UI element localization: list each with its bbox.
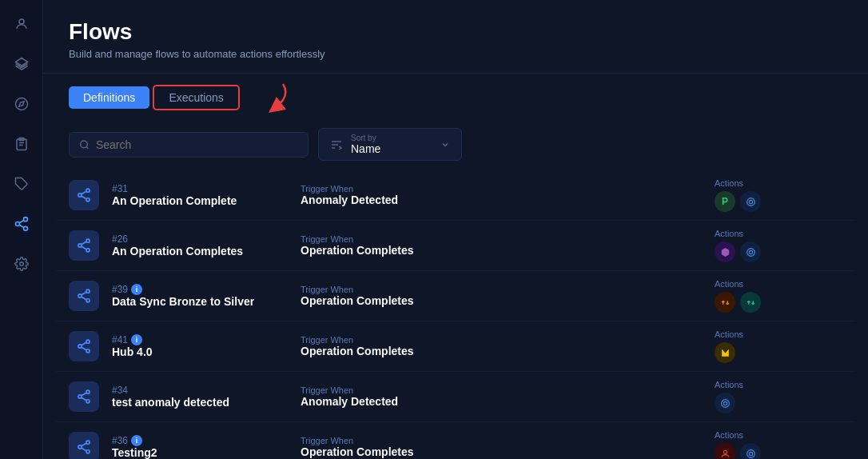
table-row[interactable]: #31 An Operation Complete Trigger When A…	[56, 170, 855, 221]
svg-point-10	[15, 222, 19, 226]
sidebar	[0, 0, 43, 459]
compass-icon[interactable]	[9, 91, 34, 117]
svg-point-14	[19, 262, 23, 266]
action-icon-teal	[740, 292, 761, 313]
flows-icon[interactable]	[9, 211, 34, 237]
svg-line-32	[82, 241, 86, 245]
flow-id: #31	[112, 183, 288, 194]
info-badge: i	[131, 435, 142, 446]
trigger-section: Trigger When Anomaly Detected	[301, 184, 702, 206]
flow-id: #36 i	[112, 435, 288, 446]
sort-by-label: Sort by	[351, 134, 432, 142]
flow-id: #41 i	[112, 334, 288, 345]
svg-line-43	[82, 347, 86, 350]
svg-line-13	[19, 220, 24, 222]
toolbar: Sort by Name	[43, 122, 868, 170]
settings-icon[interactable]	[9, 251, 34, 277]
svg-point-59	[749, 452, 752, 455]
trigger-section: Trigger When Operation Completes	[301, 234, 702, 257]
clipboard-icon[interactable]	[9, 131, 34, 157]
table-row[interactable]: #26 An Operation Completes Trigger When …	[56, 221, 855, 271]
svg-point-22	[78, 194, 82, 197]
actions-section: Actions	[715, 329, 842, 363]
flow-icon-wrap	[69, 180, 99, 210]
svg-point-42	[86, 349, 90, 353]
action-icon-purple	[715, 241, 735, 262]
table-row[interactable]: #34 test anomaly detected Trigger When A…	[56, 372, 855, 422]
svg-line-12	[19, 225, 24, 227]
svg-point-27	[749, 200, 752, 203]
actions-label: Actions	[715, 279, 743, 289]
tag-icon[interactable]	[9, 171, 34, 197]
trigger-label: Trigger When	[301, 285, 702, 294]
action-icon-blue	[715, 393, 735, 413]
flow-icon-wrap	[69, 432, 99, 459]
flow-info: #36 i Testing2	[112, 435, 288, 459]
svg-line-55	[82, 448, 86, 451]
svg-point-47	[86, 400, 90, 403]
svg-point-40	[86, 340, 90, 343]
svg-point-35	[86, 289, 90, 293]
trigger-label: Trigger When	[301, 234, 702, 244]
svg-line-31	[82, 246, 86, 249]
table-row[interactable]: #36 i Testing2 Trigger When Operation Co…	[56, 422, 855, 459]
svg-point-23	[86, 198, 90, 202]
svg-point-34	[749, 250, 752, 253]
svg-point-9	[23, 218, 27, 222]
actions-label: Actions	[715, 430, 743, 440]
svg-point-16	[81, 141, 88, 148]
flow-name: Data Sync Bronze to Silver	[112, 295, 288, 308]
flow-table: #31 An Operation Complete Trigger When A…	[43, 170, 868, 459]
flow-name: An Operation Complete	[112, 194, 288, 207]
trigger-label: Trigger When	[301, 436, 702, 445]
table-row[interactable]: #41 i Hub 4.0 Trigger When Operation Com…	[56, 321, 855, 372]
flow-name: Testing2	[112, 446, 288, 459]
actions-section: Actions	[715, 430, 842, 459]
search-input[interactable]	[96, 138, 298, 151]
svg-line-17	[86, 146, 88, 148]
svg-point-37	[86, 299, 90, 302]
search-box[interactable]	[69, 132, 309, 158]
sort-dropdown[interactable]: Sort by Name	[318, 128, 462, 161]
svg-point-28	[86, 239, 90, 242]
flow-id: #39 i	[112, 284, 288, 295]
tab-executions[interactable]: Executions	[153, 85, 239, 110]
trigger-value: Operation Completes	[301, 445, 702, 458]
actions-section: Actions	[715, 229, 842, 262]
actions-icons	[715, 241, 761, 262]
actions-section: Actions	[715, 380, 842, 413]
svg-line-24	[82, 196, 86, 199]
svg-point-36	[78, 294, 82, 297]
svg-point-41	[78, 345, 82, 348]
svg-point-50	[721, 399, 729, 407]
layers-icon[interactable]	[9, 51, 34, 77]
actions-label: Actions	[715, 380, 743, 389]
trigger-label: Trigger When	[301, 385, 702, 395]
trigger-value: Operation Completes	[301, 294, 702, 307]
flow-info: #34 test anomaly detected	[112, 385, 288, 409]
info-badge: i	[131, 284, 142, 295]
flow-icon-wrap	[69, 281, 99, 311]
svg-point-30	[86, 249, 90, 252]
trigger-section: Trigger When Operation Completes	[301, 285, 702, 307]
svg-point-52	[86, 441, 90, 444]
trigger-label: Trigger When	[301, 184, 702, 194]
sort-label-group: Sort by Name	[351, 134, 432, 155]
chevron-down-icon	[440, 140, 450, 150]
sort-value: Name	[351, 142, 432, 155]
actions-section: Actions P	[715, 178, 842, 212]
page-title: Flows	[69, 19, 842, 45]
svg-point-21	[86, 189, 90, 192]
search-icon	[79, 139, 90, 150]
tab-definitions[interactable]: Definitions	[69, 86, 149, 109]
svg-point-33	[747, 248, 755, 256]
trigger-value: Anomaly Detected	[301, 395, 702, 408]
flow-info: #26 An Operation Completes	[112, 233, 288, 257]
user-icon[interactable]	[9, 11, 34, 37]
svg-point-51	[723, 401, 727, 405]
svg-line-56	[82, 443, 86, 446]
flow-id: #34	[112, 385, 288, 396]
table-row[interactable]: #39 i Data Sync Bronze to Silver Trigger…	[56, 271, 855, 321]
action-icon-blue	[740, 191, 761, 212]
svg-point-26	[747, 198, 755, 206]
